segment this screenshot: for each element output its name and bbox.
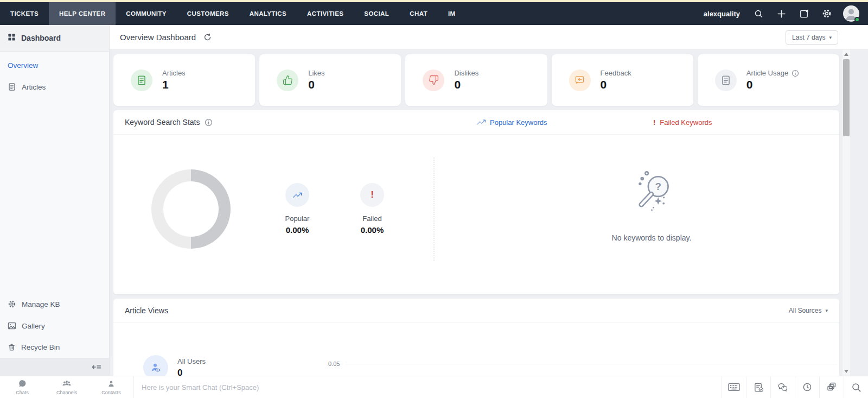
scroll-up-arrow[interactable] xyxy=(844,53,848,56)
stat-value: 0 xyxy=(601,78,631,91)
smartbar-contacts[interactable]: Contacts xyxy=(89,376,133,398)
magnifier-question-illustration: ? xyxy=(624,214,679,223)
dotted-divider xyxy=(433,157,435,261)
keyword-panel-header: Keyword Search Stats Popular Keywords ! … xyxy=(113,110,839,135)
smartbar-channels[interactable]: Channels xyxy=(44,376,89,398)
username-label: alexquality xyxy=(704,10,740,18)
stat-card-feedback[interactable]: Feedback 0 xyxy=(552,54,693,106)
nav-tab-im[interactable]: IM xyxy=(438,2,466,25)
article-views-body: All Users 0 0.05 xyxy=(113,323,839,376)
tasks-check-icon[interactable] xyxy=(746,376,770,398)
stat-label: Article Usage xyxy=(746,69,799,77)
nav-tab-chat[interactable]: CHAT xyxy=(399,2,438,25)
app-shell: Dashboard Overview Articles Manage KB xyxy=(0,25,868,376)
exclamation-icon: ! xyxy=(360,183,384,207)
stat-value: 0 xyxy=(746,78,799,91)
sidebar-item-label: Articles xyxy=(22,83,46,91)
svg-text:?: ? xyxy=(655,181,661,192)
article-doc-icon xyxy=(715,70,737,91)
smartbar-channel-label: Chats xyxy=(16,390,29,395)
gear-icon[interactable] xyxy=(820,7,833,20)
series-value: 0 xyxy=(177,368,206,376)
nav-tab-help-center[interactable]: HELP CENTER xyxy=(49,2,116,25)
scrollbar-thumb[interactable] xyxy=(843,59,850,136)
add-icon[interactable] xyxy=(775,7,788,20)
nav-tab-activities[interactable]: ACTIVITIES xyxy=(297,2,354,25)
sidebar-item-label: Overview xyxy=(8,61,38,70)
stat-cards-row: Articles 1 Likes 0 Dislikes xyxy=(113,54,839,106)
trash-icon xyxy=(8,343,16,351)
smart-chat-input[interactable] xyxy=(133,376,722,398)
smartbar-chats[interactable]: Chats xyxy=(0,376,44,398)
stat-card-dislikes[interactable]: Dislikes 0 xyxy=(405,54,547,106)
keyword-donut-chart xyxy=(151,169,231,249)
sidebar-item-recycle-bin[interactable]: Recycle Bin xyxy=(0,337,109,358)
failed-stat-value: 0.00% xyxy=(345,225,399,235)
sidebar-item-manage-kb[interactable]: Manage KB xyxy=(0,293,109,315)
people-group-icon xyxy=(62,379,72,389)
user-avatar[interactable] xyxy=(843,5,859,22)
date-range-dropdown[interactable]: Last 7 days ▾ xyxy=(786,30,838,45)
sidebar-item-articles[interactable]: Articles xyxy=(0,76,109,98)
nav-tab-community[interactable]: COMMUNITY xyxy=(116,2,177,25)
feedback-compose-icon[interactable] xyxy=(797,7,810,20)
chevron-down-icon: ▾ xyxy=(829,35,832,40)
conversations-icon[interactable] xyxy=(770,376,795,398)
info-icon[interactable] xyxy=(792,70,799,77)
sidebar-footer xyxy=(0,358,109,376)
nav-tab-social[interactable]: SOCIAL xyxy=(354,2,399,25)
sidebar-item-overview[interactable]: Overview xyxy=(0,55,109,76)
keywords-empty-state: ? No keywords to display. xyxy=(578,167,725,242)
stat-label: Articles xyxy=(162,69,186,77)
stat-value: 1 xyxy=(162,78,186,91)
keyword-panel-body: Popular 0.00% ! Failed 0.00% xyxy=(113,135,839,294)
stat-value: 0 xyxy=(308,78,324,91)
chat-bubble-icon xyxy=(18,379,27,389)
series-label: All Users xyxy=(177,357,206,365)
sidebar-item-gallery[interactable]: Gallery xyxy=(0,315,109,337)
gallery-image-icon xyxy=(8,321,16,330)
sidebar-item-label: Gallery xyxy=(22,322,45,330)
smart-chat-bar: Chats Channels Contacts xyxy=(0,376,868,398)
keyboard-shortcuts-icon[interactable] xyxy=(722,376,746,398)
failed-stat-label: Failed xyxy=(345,214,399,223)
scroll-down-arrow[interactable] xyxy=(844,370,848,373)
keyword-panel-title: Keyword Search Stats xyxy=(125,118,213,127)
nav-tab-tickets[interactable]: TICKETS xyxy=(0,2,49,25)
sidebar: Dashboard Overview Articles Manage KB xyxy=(0,25,110,376)
collapse-sidebar-icon[interactable] xyxy=(92,363,101,371)
chevron-down-icon: ▾ xyxy=(825,308,828,313)
stat-label: Dislikes xyxy=(454,69,478,77)
nav-tab-analytics[interactable]: ANALYTICS xyxy=(239,2,297,25)
stat-card-likes[interactable]: Likes 0 xyxy=(259,54,401,106)
search-icon[interactable] xyxy=(752,7,765,20)
history-clock-icon[interactable] xyxy=(795,376,819,398)
exclamation-icon: ! xyxy=(653,118,655,127)
top-nav: TICKETS HELP CENTER COMMUNITY CUSTOMERS … xyxy=(0,2,868,25)
popular-stat-value: 0.00% xyxy=(270,225,324,235)
nav-tab-customers[interactable]: CUSTOMERS xyxy=(177,2,239,25)
article-views-panel: Article Views All Sources ▾ All Users 0 … xyxy=(113,299,839,376)
refresh-icon[interactable] xyxy=(203,33,212,41)
popular-keywords-link[interactable]: Popular Keywords xyxy=(477,118,547,127)
article-doc-icon xyxy=(8,83,16,91)
stat-card-articles[interactable]: Articles 1 xyxy=(113,54,255,106)
info-icon[interactable] xyxy=(205,118,213,127)
online-status-dot xyxy=(854,17,860,22)
article-views-header: Article Views All Sources ▾ xyxy=(113,299,839,323)
person-icon xyxy=(107,380,116,389)
gear-icon xyxy=(8,300,16,308)
vertical-scrollbar[interactable] xyxy=(843,50,850,376)
article-views-title: Article Views xyxy=(125,306,168,315)
trending-up-icon xyxy=(285,183,309,207)
smartbar-channel-label: Contacts xyxy=(101,390,121,395)
copy-stack-icon[interactable] xyxy=(819,376,844,398)
failed-keywords-link[interactable]: ! Failed Keywords xyxy=(653,118,712,127)
search-icon[interactable] xyxy=(844,376,868,398)
main-area: Overview Dashboard Last 7 days ▾ Article… xyxy=(110,25,868,376)
sidebar-header-dashboard[interactable]: Dashboard xyxy=(0,25,109,52)
stat-card-article-usage[interactable]: Article Usage 0 xyxy=(698,54,839,106)
sidebar-bottom-group: Manage KB Gallery Recycle Bin xyxy=(0,293,109,376)
stat-label: Likes xyxy=(308,69,324,77)
all-sources-dropdown[interactable]: All Sources ▾ xyxy=(789,307,828,314)
